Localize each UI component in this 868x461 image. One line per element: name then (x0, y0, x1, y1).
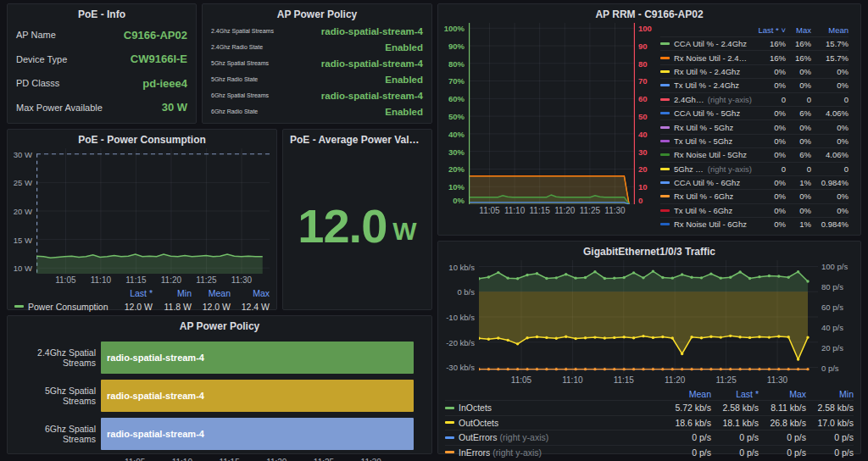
stat-unit: W (392, 217, 416, 246)
timeline-bar[interactable]: radio-spatial-stream-4 (101, 418, 414, 450)
panel-ap-power-policy-timeline: AP Power Policy 2.4Ghz Spatial Streams r… (7, 315, 432, 454)
power-legend-rows: Power Consumption 12.0 W 11.8 W 12.0 W 1… (14, 299, 270, 314)
legend-header-max[interactable]: Max (231, 288, 270, 298)
rrm-legend-header: Last * ˅ Max Mean (660, 23, 849, 36)
legend-value-mean: 4.06% (811, 150, 849, 159)
info-label: Device Type (16, 54, 67, 64)
legend-header-max[interactable]: Max (759, 389, 806, 399)
panel-title-poe-power[interactable]: PoE - Power Consumption (8, 130, 276, 148)
legend-row: Tx Util % - 2.4Ghz 0% 0% 0% (660, 78, 849, 92)
legend-color-swatch (445, 407, 454, 409)
legend-value-max: 16% (786, 53, 811, 63)
power-chart-area: 30 W25 W20 W15 W10 W 11:0511:1011:1511:2… (8, 148, 276, 286)
info-value: Enabled (385, 107, 423, 117)
timeline-category-label: 6Ghz Spatial Streams (13, 424, 101, 444)
panel-title-ap-rrm[interactable]: AP RRM - C9166-AP02 (438, 4, 860, 23)
legend-color-swatch (660, 181, 670, 184)
legend-value-max: 0 (786, 164, 811, 174)
legend-series-name[interactable]: OutOctets (445, 418, 664, 428)
traffic-plot[interactable] (479, 260, 818, 374)
legend-color-swatch (660, 98, 670, 101)
info-row: PD Classs pd-ieee4 (16, 77, 187, 90)
legend-header-mean[interactable]: Mean (811, 25, 849, 35)
power-legend: Last * Min Mean Max Power Consumption 12… (14, 286, 270, 314)
info-row: Max Power Available 30 W (16, 101, 187, 114)
rrm-plot[interactable] (469, 23, 635, 204)
legend-value-last: 0% (752, 81, 786, 90)
timeline-bar[interactable]: radio-spatial-stream-4 (101, 380, 414, 412)
traffic-chart-area: 10 kb/s0 b/s-10 kb/s-20 kb/s-30 kb/s 100… (438, 260, 860, 386)
panel-ap-power-policy-stats: AP Power Policy 2.4Ghz Spatial Streams r… (202, 3, 432, 124)
legend-value-mean: 0% (811, 81, 849, 90)
legend-header-mean[interactable]: Mean (664, 389, 711, 399)
legend-header-min[interactable]: Min (153, 288, 192, 298)
legend-value-max: 0 p/s (759, 447, 806, 458)
poe-info-list: AP Name C9166-AP02 Device Type CW9166I-E… (8, 23, 196, 123)
legend-value-min: 17.0 kb/s (806, 418, 854, 428)
legend-series-name[interactable]: InErrors (right y-axis) (445, 447, 664, 458)
legend-row: Rx Noise Util - 6Ghz 0% 1% 0.984% (660, 217, 849, 230)
legend-series-name[interactable]: Tx Util % - 2.4Ghz (660, 81, 752, 90)
legend-value-mean: 15.7% (811, 53, 849, 63)
info-label: AP Name (16, 30, 56, 40)
timeline-bar-label: radio-spatial-stream-4 (101, 429, 204, 439)
legend-series-name[interactable]: Power Consumption (14, 302, 114, 312)
legend-series-name[interactable]: Rx Noise Util - 6Ghz (660, 219, 752, 229)
legend-color-swatch (14, 305, 24, 308)
legend-series-name[interactable]: InOctets (445, 403, 664, 413)
legend-series-name[interactable]: Rx Noise Util - 2.4Ghz (660, 53, 752, 63)
legend-series-name[interactable]: CCA Util % - 5Ghz (660, 108, 752, 118)
legend-header-last[interactable]: Last * (711, 389, 759, 399)
legend-header-last[interactable]: Last * ˅ (752, 25, 786, 35)
legend-series-name[interactable]: CCA Util % - 6Ghz (660, 178, 752, 187)
legend-row: Tx Util % - 6Ghz 0% 0% 0% (660, 203, 849, 217)
panel-title-poe-average[interactable]: PoE - Average Power Value Consu… (283, 130, 431, 148)
legend-series-name[interactable]: CCA Util % - 2.4Ghz (660, 39, 752, 48)
timeline-rows: 2.4Ghz Spatial Streams radio-spatial-str… (8, 335, 431, 450)
stat-value: 12.0 (298, 198, 387, 253)
legend-series-name[interactable]: Rx Util % - 6Ghz (660, 192, 752, 201)
legend-header-max[interactable]: Max (786, 25, 811, 35)
info-label: 2.4Ghz Spatial Streams (211, 28, 274, 34)
traffic-legend-header: Mean Last * Max Min (445, 387, 854, 400)
panel-title-traffic[interactable]: GigabitEthernet1/0/3 Traffic (438, 242, 860, 260)
legend-color-swatch (660, 57, 670, 59)
legend-series-name[interactable]: Rx Util % - 2.4Ghz (660, 67, 752, 76)
info-label: 6Ghz Radio State (211, 108, 258, 114)
legend-series-name[interactable]: 2.4Ghz Clients (right y-axis) (660, 95, 752, 104)
panel-title-poe-info[interactable]: PoE - Info (8, 4, 196, 23)
legend-series-name[interactable]: Tx Util % - 6Ghz (660, 206, 752, 215)
legend-header-mean[interactable]: Mean (192, 288, 231, 298)
rrm-legend-rows: CCA Util % - 2.4Ghz 16% 16% 15.7% Rx Noi… (660, 36, 849, 230)
legend-row: CCA Util % - 2.4Ghz 16% 16% 15.7% (660, 36, 849, 50)
legend-value-last: 0% (752, 123, 786, 132)
panel-title-ap-power-policy[interactable]: AP Power Policy (203, 4, 431, 23)
legend-row: InOctets 5.72 kb/s 2.58 kb/s 8.11 kb/s 2… (445, 400, 854, 415)
legend-value-last: 0% (752, 219, 786, 229)
legend-value-max: 8.11 kb/s (759, 403, 806, 413)
legend-series-name[interactable]: Rx Noise Util - 5Ghz (660, 150, 752, 159)
timeline-bar[interactable]: radio-spatial-stream-4 (101, 342, 414, 374)
legend-row: OutOctets 18.6 kb/s 18.1 kb/s 26.8 kb/s … (445, 415, 854, 430)
legend-value-mean: 5.72 kb/s (664, 403, 711, 413)
legend-value-last: 0 p/s (711, 447, 759, 458)
legend-value-mean: 0 p/s (664, 432, 711, 442)
power-plot[interactable] (36, 148, 270, 274)
legend-header-last[interactable]: Last * (114, 288, 153, 298)
legend-value-last: 0% (752, 108, 786, 118)
panel-title-policy-timeline[interactable]: AP Power Policy (8, 316, 431, 335)
legend-row: Power Consumption 12.0 W 11.8 W 12.0 W 1… (14, 299, 270, 314)
legend-series-name[interactable]: Tx Util % - 5Ghz (660, 136, 752, 146)
legend-series-name[interactable]: 5Ghz Clients (right y-axis) (660, 164, 752, 174)
info-value: pd-ieee4 (142, 77, 187, 90)
legend-series-name[interactable]: OutErrors (right y-axis) (445, 432, 664, 442)
legend-row: Tx Util % - 5Ghz 0% 0% 0% (660, 134, 849, 147)
legend-series-name[interactable]: Rx Util % - 5Ghz (660, 123, 752, 132)
legend-header-min[interactable]: Min (806, 389, 854, 399)
legend-row: OutErrors (right y-axis) 0 p/s 0 p/s 0 p… (445, 430, 854, 445)
rrm-chart-area: 100%90%80%70%60%50%40%30%20%10%0% 100908… (438, 23, 657, 230)
info-value: radio-spatial-stream-4 (321, 26, 423, 36)
legend-value-last: 0% (752, 150, 786, 159)
info-value: C9166-AP02 (124, 29, 187, 42)
legend-row: CCA Util % - 5Ghz 0% 6% 4.06% (660, 106, 849, 119)
